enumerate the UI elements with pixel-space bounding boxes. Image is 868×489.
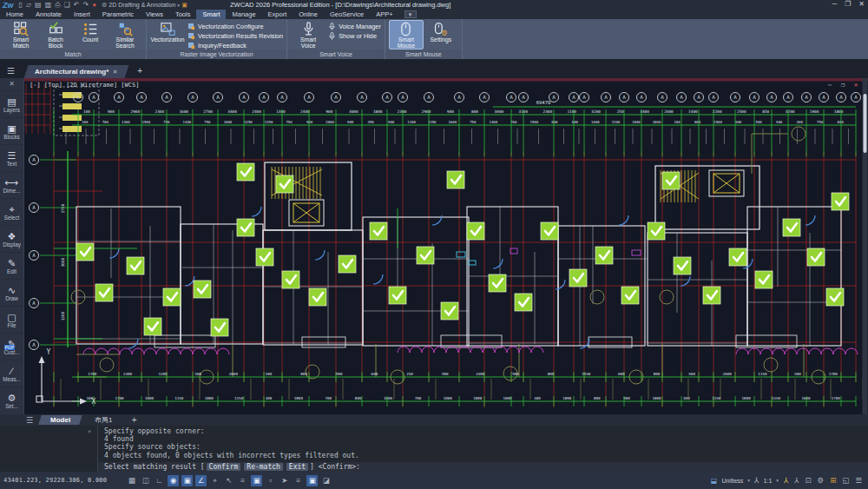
- transparency-toggle[interactable]: ▣: [251, 475, 262, 486]
- drawing-canvas[interactable]: 6947010090029002300160027003400240013002…: [24, 78, 868, 414]
- open-file-icon[interactable]: ▱: [26, 2, 31, 9]
- count-button[interactable]: Count: [73, 20, 108, 50]
- match-checkbox[interactable]: [441, 302, 458, 320]
- match-checkbox[interactable]: [674, 257, 691, 274]
- close-button[interactable]: ✕: [858, 0, 865, 8]
- vectorization-results-revision-button[interactable]: Vectorization Results Revision: [187, 31, 283, 40]
- voice-manager-button[interactable]: Voice Manager: [328, 22, 381, 30]
- match-checkbox[interactable]: [339, 255, 356, 273]
- smart-voice-button[interactable]: Smart Voice: [291, 20, 326, 50]
- doc-tabs-menu-icon[interactable]: ☰: [7, 67, 19, 76]
- match-checkbox[interactable]: [648, 222, 665, 240]
- option-confirm[interactable]: Confirm: [207, 463, 241, 471]
- annotation-scale-label[interactable]: 1:1: [764, 478, 773, 484]
- publish-icon[interactable]: ❏: [64, 2, 70, 9]
- match-checkbox[interactable]: [276, 175, 293, 193]
- osnap-toggle[interactable]: ▣: [181, 475, 193, 486]
- option-re-match[interactable]: Re-match: [244, 463, 283, 471]
- save-icon[interactable]: ▤: [35, 2, 42, 9]
- viewport-controls[interactable]: [-] [Top] [2D Wireframe] [WCS]: [30, 82, 139, 89]
- match-checkbox[interactable]: [569, 269, 587, 287]
- batch-block-button[interactable]: Batch Block: [38, 20, 73, 50]
- polar-toggle[interactable]: ◉: [168, 475, 179, 486]
- folder-icon[interactable]: ▣: [181, 2, 187, 9]
- palette-item-draw[interactable]: ∿Draw: [1, 279, 23, 306]
- ribbon-tab-views[interactable]: Views: [140, 10, 169, 19]
- match-checkbox[interactable]: [621, 287, 639, 304]
- smart-match-button[interactable]: Smart Match: [3, 20, 38, 50]
- grid-toggle[interactable]: ▦: [126, 475, 137, 486]
- match-checkbox[interactable]: [515, 294, 532, 311]
- units-label[interactable]: Unitless: [721, 478, 743, 484]
- ribbon-tab-home[interactable]: Home: [0, 10, 30, 19]
- document-tab[interactable]: Architectural drawing* ✕: [24, 65, 129, 78]
- palette-item-dime[interactable]: ⟷Dime...: [1, 171, 23, 198]
- annotation-visibility-icon[interactable]: ⅄: [783, 475, 789, 486]
- layout-tabs-menu-icon[interactable]: ☰: [26, 416, 33, 425]
- snap-toggle[interactable]: ◫: [140, 475, 151, 486]
- ribbon-tab-app-[interactable]: APP+: [370, 10, 398, 19]
- match-checkbox[interactable]: [389, 287, 406, 304]
- isolate-toggle[interactable]: ▣: [306, 475, 318, 486]
- workspace-selector[interactable]: ⚙ 2D Drafting & Annotation ▾ ▣: [102, 2, 187, 9]
- ribbon-tab-parametric[interactable]: Parametric: [96, 10, 140, 19]
- isolate-objects-icon[interactable]: ⊞: [829, 475, 837, 486]
- palette-item-cust[interactable]: ✎PGPCust...: [1, 333, 23, 360]
- command-line-panel[interactable]: ✕ Specify opposite corner: 4 found Speci…: [0, 426, 868, 472]
- match-checkbox[interactable]: [309, 288, 326, 306]
- match-checkbox[interactable]: [163, 288, 181, 306]
- clean-screen-toggle[interactable]: ◪: [320, 475, 332, 486]
- dynamic-input-toggle[interactable]: ⌖: [209, 475, 220, 486]
- units-dropdown-icon[interactable]: ▾: [747, 478, 750, 483]
- palette-item-edit[interactable]: ✎Edit: [1, 252, 23, 279]
- palette-close-icon[interactable]: ✕: [9, 78, 15, 90]
- add-layout-button[interactable]: +: [132, 415, 137, 425]
- match-checkbox[interactable]: [127, 257, 144, 274]
- palette-item-file[interactable]: ▢File: [1, 306, 23, 333]
- palette-item-meas[interactable]: ∕Meas...: [1, 360, 23, 387]
- dyn-ucs-toggle[interactable]: ↖: [223, 475, 234, 486]
- record-icon[interactable]: ●: [92, 2, 96, 9]
- match-checkbox[interactable]: [282, 271, 299, 288]
- fullscreen-icon[interactable]: ◱: [841, 475, 850, 486]
- quick-properties-toggle[interactable]: ≡: [293, 475, 304, 486]
- match-checkbox[interactable]: [541, 222, 558, 240]
- palette-item-set[interactable]: ⚙Set...: [1, 387, 23, 413]
- ribbon-tab-annotate[interactable]: Annotate: [30, 10, 68, 19]
- match-checkbox[interactable]: [783, 219, 800, 236]
- plot-icon[interactable]: ⎙: [55, 2, 60, 9]
- match-checkbox[interactable]: [807, 248, 825, 266]
- layout-tab-model[interactable]: Model: [38, 415, 82, 425]
- match-checkbox[interactable]: [662, 172, 680, 189]
- ribbon-tab-smart[interactable]: Smart: [196, 10, 226, 19]
- match-checkbox[interactable]: [703, 287, 720, 304]
- command-prompt[interactable]: Select matching result [ ConfirmRe-match…: [98, 462, 868, 472]
- match-checkbox[interactable]: [447, 171, 464, 188]
- scale-dropdown-icon[interactable]: ▾: [776, 478, 779, 483]
- new-tab-button[interactable]: +: [137, 67, 142, 76]
- palette-item-blocks[interactable]: ▣Blocks: [1, 117, 23, 144]
- match-checkbox[interactable]: [417, 247, 434, 264]
- match-checkbox[interactable]: [755, 271, 773, 288]
- customization-icon[interactable]: ☰: [854, 475, 863, 486]
- auto-annotation-icon[interactable]: ⅄: [793, 475, 799, 486]
- vectorization-configure-button[interactable]: Vectorization Configure: [187, 22, 283, 30]
- document-tab-close-icon[interactable]: ✕: [113, 69, 118, 76]
- match-checkbox[interactable]: [237, 219, 254, 236]
- ribbon-tab-insert[interactable]: Insert: [68, 10, 96, 19]
- command-close-icon[interactable]: ✕: [88, 428, 91, 435]
- similar-search-button[interactable]: Similar Search: [108, 20, 142, 50]
- match-checkbox[interactable]: [144, 318, 161, 335]
- show-or-hide-button[interactable]: Show or Hide: [328, 31, 381, 40]
- cycle-toggle[interactable]: ▫: [265, 475, 276, 486]
- workspace-switch-icon[interactable]: ⊡: [804, 475, 812, 486]
- palette-item-layers[interactable]: ▤Layers: [1, 90, 23, 117]
- ribbon-tab-geoservice[interactable]: GeoService: [324, 10, 370, 19]
- settings-button[interactable]: ⚙Settings: [424, 20, 458, 50]
- ribbon-tab-online[interactable]: Online: [293, 10, 324, 19]
- match-checkbox[interactable]: [467, 222, 484, 240]
- match-checkbox[interactable]: [256, 248, 273, 266]
- palette-item-display[interactable]: ❖Display: [1, 225, 23, 252]
- ribbon-options-dropdown[interactable]: ▼: [404, 10, 417, 18]
- match-checkbox[interactable]: [729, 248, 746, 266]
